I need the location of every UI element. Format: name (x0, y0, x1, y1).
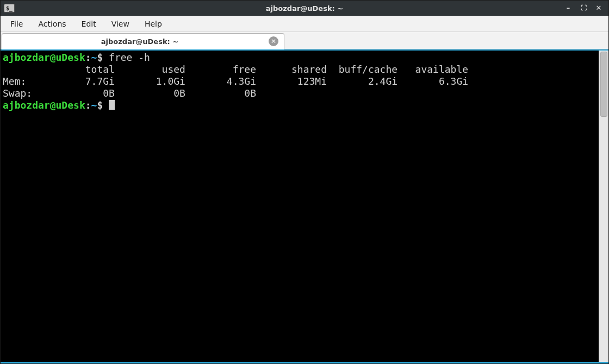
tab-label: ajbozdar@uDesk: ~ (11, 37, 269, 46)
menu-edit[interactable]: Edit (75, 17, 103, 30)
scrollbar[interactable] (599, 51, 608, 362)
menu-view[interactable]: View (105, 17, 136, 30)
close-button[interactable]: ✕ (594, 4, 603, 12)
terminal-output[interactable]: ajbozdar@uDesk:~$ free -h total used fre… (1, 51, 599, 362)
menu-file[interactable]: File (4, 17, 29, 30)
minimize-button[interactable]: – (564, 4, 573, 12)
titlebar[interactable]: $_ ajbozdar@uDesk: ~ – ⛶ ✕ (1, 1, 608, 16)
scrollbar-thumb[interactable] (600, 52, 607, 117)
terminal-window: $_ ajbozdar@uDesk: ~ – ⛶ ✕ File Actions … (0, 0, 609, 364)
window-title: ajbozdar@uDesk: ~ (1, 4, 608, 12)
tabbar: ajbozdar@uDesk: ~ ✕ (1, 32, 608, 49)
tab-terminal-1[interactable]: ajbozdar@uDesk: ~ ✕ (2, 33, 284, 49)
window-bottom-border (1, 362, 608, 363)
maximize-button[interactable]: ⛶ (579, 4, 588, 12)
terminal-wrap: ajbozdar@uDesk:~$ free -h total used fre… (1, 49, 608, 362)
tab-close-icon[interactable]: ✕ (269, 36, 278, 46)
terminal-app-icon: $_ (4, 4, 15, 12)
window-controls: – ⛶ ✕ (564, 4, 605, 12)
menu-actions[interactable]: Actions (32, 17, 72, 30)
menu-help[interactable]: Help (138, 17, 169, 30)
menubar: File Actions Edit View Help (1, 16, 608, 32)
